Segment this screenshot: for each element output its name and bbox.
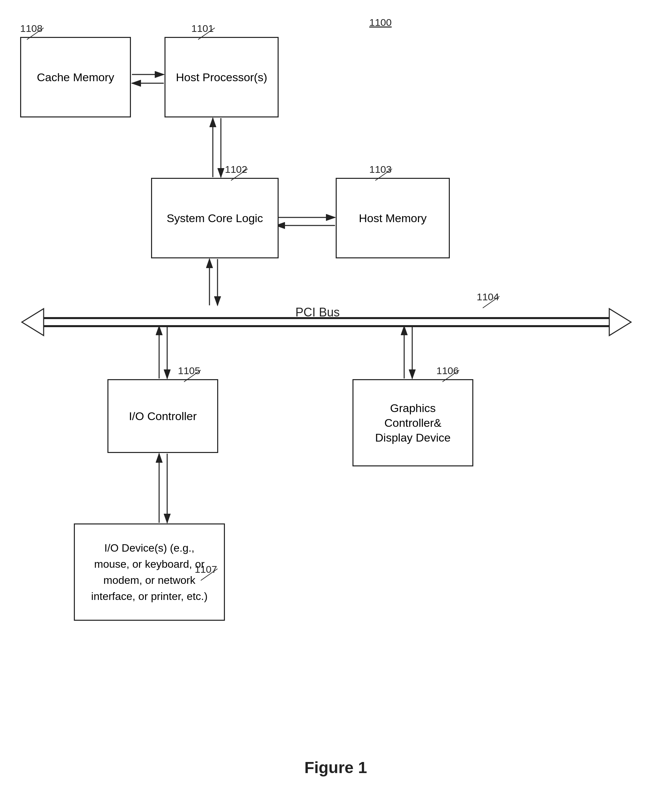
- ref-1100: 1100: [369, 17, 392, 28]
- system-core-logic-label: System Core Logic: [166, 211, 263, 225]
- ref-1107: 1107: [195, 564, 217, 575]
- figure-label: Figure 1: [235, 758, 436, 777]
- ref-1103: 1103: [369, 164, 392, 175]
- svg-marker-15: [609, 309, 631, 336]
- ref-1108: 1108: [20, 23, 43, 34]
- ref-1106: 1106: [436, 365, 459, 376]
- pci-bus-label: PCI Bus: [295, 305, 340, 320]
- io-device-label: I/O Device(s) (e.g.,mouse, or keyboard, …: [91, 540, 208, 604]
- ref-1101: 1101: [191, 23, 214, 34]
- ref-1102: 1102: [225, 164, 247, 175]
- io-controller-label: I/O Controller: [129, 409, 197, 423]
- svg-marker-14: [22, 309, 44, 336]
- host-processor-label: Host Processor(s): [176, 70, 267, 85]
- box-io-controller: I/O Controller: [108, 379, 218, 453]
- box-host-memory: Host Memory: [336, 178, 450, 259]
- box-system-core-logic: System Core Logic: [151, 178, 279, 259]
- ref-1105: 1105: [178, 365, 201, 376]
- diagram-container: 1100 Cache Memory 1108 Host Processor(s)…: [0, 0, 667, 812]
- diagram-svg: [0, 0, 667, 812]
- box-graphics-controller: GraphicsController&Display Device: [352, 379, 473, 466]
- box-cache-memory: Cache Memory: [20, 37, 131, 118]
- box-host-processor: Host Processor(s): [164, 37, 279, 118]
- graphics-controller-label: GraphicsController&Display Device: [375, 401, 451, 445]
- host-memory-label: Host Memory: [359, 211, 426, 225]
- cache-memory-label: Cache Memory: [37, 70, 114, 85]
- ref-1104: 1104: [477, 291, 499, 303]
